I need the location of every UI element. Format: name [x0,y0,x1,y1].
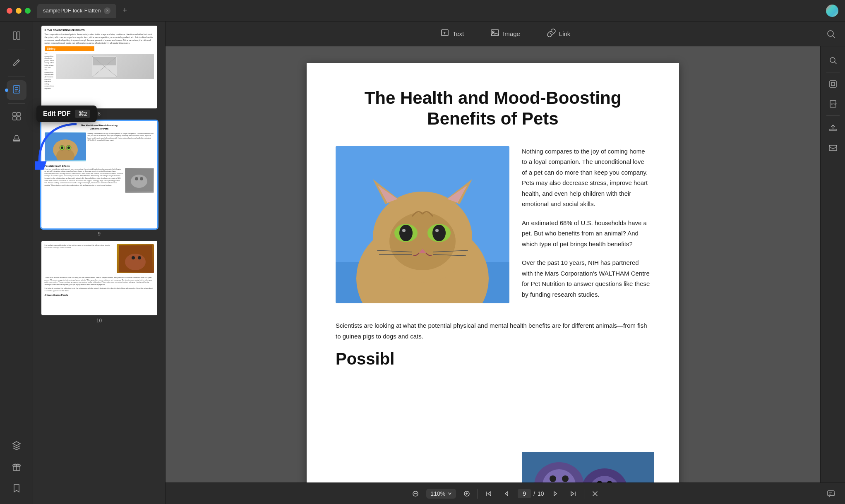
sidebar-right: PDF/A [820,46,845,482]
svg-text:T: T [443,31,446,35]
svg-point-30 [140,177,143,180]
sidebar-tool-reader[interactable] [7,26,26,46]
prev-page-button[interactable] [499,486,514,501]
svg-point-25 [61,146,63,149]
sidebar-divider-2 [8,77,25,77]
nav-divider-2 [584,489,584,499]
text-tool-icon: T [440,28,449,39]
right-divider-1 [826,72,840,72]
total-pages: 10 [538,490,544,497]
svg-point-33 [132,256,135,259]
pdf-cat-image [336,146,509,303]
tab-bar: samplePDF-lock-Flatten × + [37,4,826,18]
thumbnail-panel[interactable]: Edit PDF ⌘2 3. THE COMPOSITION OF POINTS… [33,22,166,504]
pdf-bottom-section: Possibl [336,350,650,368]
page-separator: / [533,490,535,497]
page-input[interactable] [518,489,531,498]
toolbar-image-button[interactable]: Image [485,26,525,42]
thumb-frame-10: It is totally irresponsible today to fin… [41,241,157,315]
tab-close-button[interactable]: × [104,7,110,14]
bookmark-icon [12,484,21,495]
zoom-in-button[interactable] [459,486,474,501]
svg-line-71 [834,62,836,64]
right-tool-upload[interactable] [824,118,842,137]
right-divider-2 [826,115,840,116]
pen-icon [12,58,21,69]
traffic-lights [7,8,31,14]
pdf-text-col: Nothing compares to the joy of coming ho… [522,146,650,308]
sidebar-tool-stamp[interactable] [7,129,26,149]
sidebar-divider-3 [8,103,25,104]
sidebar-tool-edit-pdf[interactable] [7,80,26,100]
top-toolbar: T Text Image [166,22,845,46]
pdf-paragraph-3: Over the past 10 years, NIH has partnere… [522,257,650,300]
toolbar-link-button[interactable]: Link [542,26,576,42]
user-avatar [826,5,838,17]
organize-icon [12,112,21,123]
first-page-button[interactable] [481,486,496,501]
svg-rect-77 [829,145,837,151]
pdf-page: The Health and Mood-Boosting Benefits of… [307,63,679,482]
svg-rect-73 [831,82,835,86]
svg-point-34 [138,256,141,259]
svg-rect-72 [830,81,836,87]
new-tab-button[interactable]: + [119,5,130,17]
thumb9-possible-title: Possible Health Effects [45,165,154,167]
close-button[interactable] [7,8,12,14]
svg-line-40 [833,36,835,38]
tooltip-shortcut: ⌘2 [75,110,91,118]
zoom-out-button[interactable] [408,486,423,501]
active-indicator [5,89,8,92]
svg-point-28 [131,175,147,188]
zoom-level-display[interactable]: 110% [426,489,456,499]
svg-rect-76 [830,129,836,131]
thumbnail-page-8[interactable]: 3. THE COMPOSITION OF POINTS The composi… [37,26,161,117]
thumb8-image [56,54,154,79]
zoom-value: 110% [430,490,445,497]
thumbnail-page-9[interactable]: The Health and Mood-BoostingBenefits of … [37,121,161,237]
maximize-button[interactable] [25,8,31,14]
svg-point-64 [550,475,556,482]
edit-pdf-tooltip: Edit PDF ⌘2 [36,106,97,122]
minimize-button[interactable] [16,8,22,14]
right-tool-pdf-a[interactable]: PDF/A [824,95,842,113]
pdf-paragraph-1: Nothing compares to the joy of coming ho… [522,146,650,209]
svg-rect-0 [13,32,16,39]
svg-point-26 [67,146,70,149]
svg-point-53 [432,225,446,241]
sidebar-tool-gift[interactable] [7,458,26,478]
pdf-content-row: Nothing compares to the joy of coming ho… [336,146,650,308]
layers-icon [12,441,21,452]
toolbar-text-button[interactable]: T Text [435,26,469,42]
svg-point-54 [402,229,406,232]
svg-point-52 [399,225,413,241]
reader-icon [12,31,21,42]
text-label: Text [453,30,464,37]
titlebar: samplePDF-lock-Flatten × + [0,0,845,22]
toolbar-search-button[interactable] [823,26,838,41]
sidebar-tool-layers[interactable] [7,436,26,456]
right-tool-search[interactable] [824,51,842,70]
sidebar-tool-bookmark[interactable] [7,479,26,499]
thumb-label-10: 10 [96,318,102,324]
thumbnail-page-10[interactable]: It is totally irresponsible today to fin… [37,241,161,324]
close-nav-button[interactable] [588,486,603,501]
svg-text:PDF/A: PDF/A [831,103,837,106]
right-tool-scan[interactable] [824,75,842,93]
last-page-button[interactable] [566,486,581,501]
svg-point-55 [435,229,439,232]
edit-pdf-icon [12,85,21,96]
right-tool-share[interactable] [824,138,842,156]
svg-rect-87 [828,491,834,496]
app-body: Edit PDF ⌘2 3. THE COMPOSITION OF POINTS… [0,22,845,504]
pdf-page-title: The Health and Mood-Boosting Benefits of… [336,88,650,130]
sidebar-tool-annotate[interactable] [7,53,26,73]
pdf-scientists-text: Scientists are looking at what the poten… [336,320,650,341]
thumb-frame-8: 3. THE COMPOSITION OF POINTS The composi… [41,26,157,108]
active-tab[interactable]: samplePDF-lock-Flatten × [37,4,116,18]
next-page-button[interactable] [547,486,562,501]
pdf-viewport[interactable]: The Health and Mood-Boosting Benefits of… [166,46,820,482]
sidebar-tool-organize[interactable] [7,107,26,127]
pdf-bottom-image [522,452,654,482]
chat-button[interactable] [823,486,838,501]
